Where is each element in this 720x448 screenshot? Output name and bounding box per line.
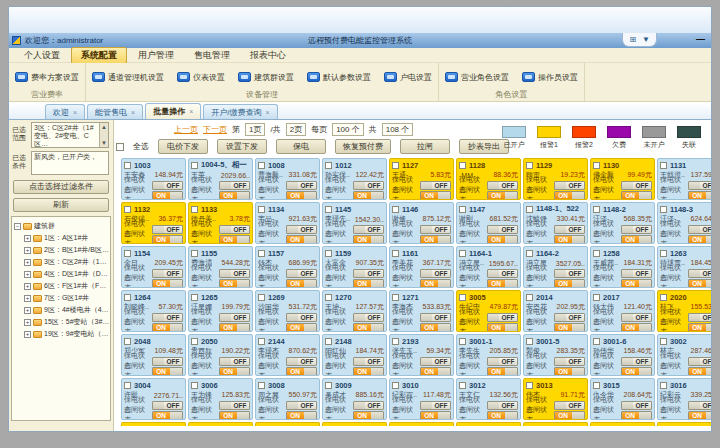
switch-status-toggle[interactable]: ON (152, 279, 183, 288)
card-checkbox[interactable] (124, 294, 131, 301)
supply-status-toggle[interactable]: OFF (152, 181, 183, 190)
card-checkbox[interactable] (593, 162, 600, 169)
switch-status-toggle[interactable]: ON (688, 323, 712, 332)
meter-card[interactable]: 3015仇今华208.64元保电状态OFF合闸状态ON (590, 378, 655, 420)
tab-批量操作[interactable]: 批量操作× (145, 103, 201, 119)
card-checkbox[interactable] (459, 162, 466, 169)
card-checkbox[interactable] (258, 206, 265, 213)
switch-status-toggle[interactable]: ON (152, 367, 183, 376)
meter-card[interactable]: 1164-1冯立星..1595.67..保电状态OFF合闸状态ON (456, 246, 521, 288)
switch-status-toggle[interactable]: ON (621, 279, 652, 288)
supply-status-toggle[interactable]: OFF (219, 181, 250, 190)
tree-root[interactable]: −建筑群 (14, 220, 110, 232)
meter-card[interactable]: 1003王安春148.94元保电状态OFF合闸状态ON (121, 158, 186, 200)
supply-status-toggle[interactable]: OFF (554, 357, 585, 366)
switch-status-toggle[interactable]: ON (219, 367, 250, 376)
supply-status-toggle[interactable]: OFF (420, 357, 451, 366)
supply-status-toggle[interactable]: OFF (219, 401, 250, 410)
card-checkbox[interactable] (392, 294, 399, 301)
card-checkbox[interactable] (325, 338, 332, 345)
batch-button-保电[interactable]: 保电 (276, 139, 326, 154)
meter-card[interactable]: 1164-2冯立星3527.05..保电状态OFF合闸状态ON (523, 246, 588, 288)
expand-icon[interactable]: + (24, 319, 31, 326)
meter-card[interactable]: 1154金日209.45元保电状态OFF合闸状态ON (121, 246, 186, 288)
card-checkbox[interactable] (191, 206, 198, 213)
switch-status-toggle[interactable]: ON (554, 279, 585, 288)
ribbon-button-仪表设置[interactable]: 仪表设置 (177, 72, 225, 83)
switch-status-toggle[interactable]: ON (219, 279, 250, 288)
card-checkbox[interactable] (191, 338, 198, 345)
supply-status-toggle[interactable]: OFF (487, 401, 518, 410)
tree-node[interactable]: +2区：B区1#井/B区1#井 (14, 244, 110, 256)
tree-node[interactable]: +9区：4#楼电井（4#楼… (14, 304, 110, 316)
switch-status-toggle[interactable]: ON (152, 235, 183, 244)
switch-status-toggle[interactable]: ON (688, 191, 712, 200)
switch-status-toggle[interactable]: ON (152, 323, 183, 332)
menu-item-报表中心[interactable]: 报表中心 (241, 48, 295, 63)
ribbon-button-通道管理机设置[interactable]: 通道管理机设置 (92, 72, 164, 83)
meter-card[interactable]: 1127王通-..5.83元保电状态OFF合闸状态ON (389, 158, 454, 200)
supply-status-toggle[interactable]: OFF (286, 401, 317, 410)
meter-card[interactable]: 1265汪星娜199.79元保电状态OFF合闸状态ON (188, 290, 253, 332)
card-checkbox[interactable] (124, 250, 131, 257)
ribbon-button-默认参数设置[interactable]: 默认参数设置 (307, 72, 371, 83)
switch-status-toggle[interactable]: ON (286, 191, 317, 200)
switch-status-toggle[interactable]: ON (286, 323, 317, 332)
switch-status-toggle[interactable]: ON (353, 235, 384, 244)
card-checkbox[interactable] (526, 206, 533, 213)
expand-icon[interactable]: + (24, 259, 31, 266)
card-checkbox[interactable] (459, 382, 466, 389)
meter-card[interactable]: 1159太富金907.35元保电状态OFF合闸状态ON (322, 246, 387, 288)
switch-status-toggle[interactable]: ON (487, 411, 518, 420)
current-page-box[interactable]: 1页 (245, 123, 265, 136)
card-checkbox[interactable] (660, 382, 667, 389)
switch-status-toggle[interactable]: ON (353, 279, 384, 288)
tree-node[interactable]: +15区：5#变站（3#变… (14, 316, 110, 328)
collapse-icon[interactable]: − (14, 223, 21, 230)
meter-card[interactable]: 2048郑少军109.48元保电状态OFF合闸状态ON (121, 334, 186, 376)
grid-layout-icon[interactable]: ⊞ (629, 35, 636, 44)
meter-card[interactable]: 1148-1、522沈毓铮330.41元保电状态OFF合闸状态ON (523, 202, 588, 244)
supply-status-toggle[interactable]: OFF (420, 269, 451, 278)
card-checkbox[interactable] (526, 338, 533, 345)
card-checkbox[interactable] (392, 162, 399, 169)
tab-close-icon[interactable]: × (189, 108, 193, 115)
card-checkbox[interactable] (191, 250, 198, 257)
meter-card[interactable]: 2050贵西欣190.22元保电状态OFF合闸状态ON (188, 334, 253, 376)
card-checkbox[interactable] (124, 162, 131, 169)
supply-status-toggle[interactable]: OFF (621, 269, 652, 278)
switch-status-toggle[interactable]: ON (420, 411, 451, 420)
switch-status-toggle[interactable]: ON (420, 191, 451, 200)
listbox-scrollbar[interactable]: ▲▼ (99, 123, 108, 147)
supply-status-toggle[interactable]: OFF (152, 357, 183, 366)
tab-close-icon[interactable]: × (266, 109, 270, 116)
card-checkbox[interactable] (459, 338, 466, 345)
scroll-down-icon[interactable]: ▼ (101, 139, 107, 147)
supply-status-toggle[interactable]: OFF (621, 313, 652, 322)
switch-status-toggle[interactable]: ON (487, 323, 518, 332)
card-checkbox[interactable] (191, 382, 198, 389)
meter-card[interactable]: 2017钱大伟121.40元保电状态OFF合闸状态ON (590, 290, 655, 332)
card-checkbox[interactable] (124, 382, 131, 389)
batch-button-拉闸[interactable]: 拉闸 (400, 139, 450, 154)
switch-status-toggle[interactable]: ON (286, 279, 317, 288)
meter-card[interactable]: 2020桂飞155.53元保电状态OFF合闸状态ON (657, 290, 712, 332)
card-checkbox[interactable] (325, 162, 332, 169)
switch-status-toggle[interactable]: ON (286, 367, 317, 376)
tree-node[interactable]: +4区：D区1#井（D区1… (14, 268, 110, 280)
supply-status-toggle[interactable]: OFF (621, 357, 652, 366)
supply-status-toggle[interactable]: OFF (152, 401, 183, 410)
switch-status-toggle[interactable]: ON (420, 279, 451, 288)
meter-card[interactable]: 1258王威茜..184.31元保电状态OFF合闸状态ON (590, 246, 655, 288)
ribbon-button-操作员设置[interactable]: 操作员设置 (522, 72, 578, 83)
card-checkbox[interactable] (660, 250, 667, 257)
card-checkbox[interactable] (593, 382, 600, 389)
card-checkbox[interactable] (593, 338, 600, 345)
menu-item-系统配置[interactable]: 系统配置 (71, 47, 127, 64)
supply-status-toggle[interactable]: OFF (487, 357, 518, 366)
supply-status-toggle[interactable]: OFF (286, 269, 317, 278)
meter-card[interactable]: 1132石俊锡..36.37元保电状态OFF合闸状态ON (121, 202, 186, 244)
meter-card[interactable]: 1270王坤-..127.57元保电状态OFF合闸状态ON (322, 290, 387, 332)
meter-card[interactable]: 3001-6孙伟华158.46元保电状态OFF合闸状态ON (590, 334, 655, 376)
select-all-checkbox[interactable] (116, 143, 124, 151)
